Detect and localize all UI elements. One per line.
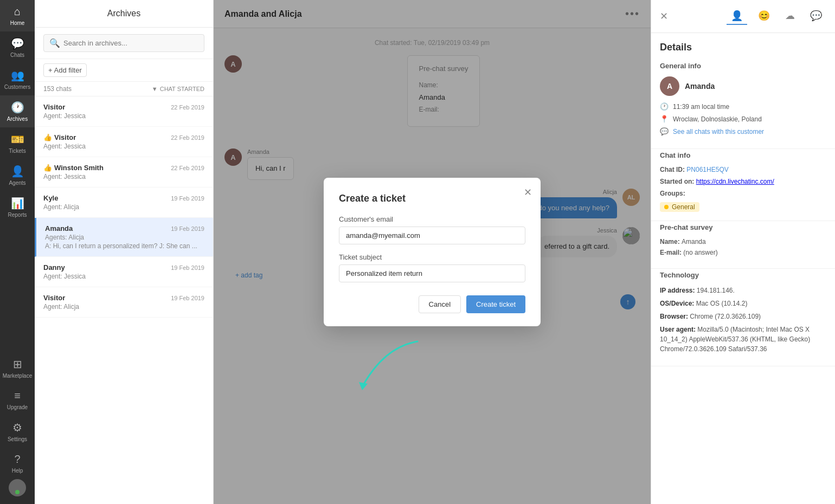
sidebar-item-chats[interactable]: 💬 Chats (0, 31, 35, 63)
reports-icon: 📊 (11, 197, 24, 210)
modal-overlay: Create a ticket ✕ Customer's email Ticke… (214, 0, 651, 504)
started-on-row: Started on: https://cdn.livechatinc.com/ (660, 178, 826, 185)
email-field-group: Customer's email (339, 215, 525, 244)
chat-list-item[interactable]: Visitor 19 Feb 2019 Agent: Alicja (35, 287, 213, 318)
sidebar-label-help: Help (12, 468, 23, 474)
sidebar-label-home: Home (10, 20, 25, 26)
prechat-name-value: Amanda (682, 238, 706, 245)
chat-item-date: 19 Feb 2019 (171, 225, 204, 232)
sidebar-item-marketplace[interactable]: ⊞ Marketplace (0, 352, 35, 384)
tab-person[interactable]: 👤 (727, 8, 747, 25)
help-icon: ? (14, 453, 20, 466)
prechat-survey-title: Pre-chat survey (660, 223, 826, 231)
cancel-button[interactable]: Cancel (419, 295, 461, 313)
see-all-chats-link[interactable]: See all chats with this customer (673, 128, 764, 135)
sidebar-item-reports[interactable]: 📊 Reports (0, 191, 35, 223)
home-icon: ⌂ (14, 5, 21, 18)
sidebar-item-archives[interactable]: 🕐 Archives (0, 95, 35, 127)
location-row: 📍 Wroclaw, Dolnoslaskie, Poland (660, 115, 826, 123)
chat-list-item[interactable]: 👍 Visitor 22 Feb 2019 Agent: Jessica (35, 127, 213, 157)
general-info-title: General info (660, 62, 826, 70)
sidebar-label-reports: Reports (8, 212, 27, 218)
create-ticket-button[interactable]: Create ticket (466, 295, 525, 313)
chat-item-agent: Agents: Alicja (45, 234, 204, 241)
marketplace-icon: ⊞ (13, 358, 22, 371)
os-row: OS/Device: Mac OS (10.14.2) (660, 299, 826, 308)
sort-arrow: ▼ (152, 86, 158, 92)
sidebar-item-customers[interactable]: 👥 Customers (0, 63, 35, 95)
chat-item-agent: Agent: Alicja (43, 303, 204, 311)
customer-email-input[interactable] (339, 227, 525, 244)
search-bar: 🔍 (35, 28, 213, 59)
sidebar-item-help[interactable]: ? Help (0, 448, 35, 479)
create-ticket-modal: Create a ticket ✕ Customer's email Ticke… (324, 178, 541, 326)
sidebar-label-customers: Customers (4, 84, 30, 90)
technology-title: Technology (660, 271, 826, 279)
chat-item-agent: Agent: Jessica (43, 112, 204, 120)
browser-label: Browser: (660, 313, 690, 320)
chat-id-row: Chat ID: PN061HE5QV (660, 166, 826, 173)
archives-title: Archives (107, 9, 140, 18)
online-dot (15, 490, 20, 494)
sidebar-item-agents[interactable]: 👤 Agents (0, 159, 35, 191)
chat-item-date: 19 Feb 2019 (171, 195, 204, 202)
chat-list-item[interactable]: 👍 Winston Smith 22 Feb 2019 Agent: Jessi… (35, 157, 213, 188)
browser-row: Browser: Chrome (72.0.3626.109) (660, 312, 826, 321)
main-chat: Amanda and Alicja ••• Chat started: Tue,… (214, 0, 651, 504)
tab-cloud[interactable]: 💬 (806, 8, 826, 25)
sidebar-label-upgrade: Upgrade (7, 404, 28, 410)
modal-title: Create a ticket (339, 193, 525, 204)
technology-section: Technology IP address: 194.181.146. OS/D… (651, 271, 835, 366)
see-all-chats-row: 💬 See all chats with this customer (660, 127, 826, 135)
chat-id-label: Chat ID: (660, 166, 686, 173)
chat-list-item[interactable]: Visitor 22 Feb 2019 Agent: Jessica (35, 96, 213, 127)
svg-marker-0 (359, 382, 368, 390)
tab-weather[interactable]: ☁ (781, 8, 799, 25)
os-label: OS/Device: (660, 300, 696, 307)
customers-icon: 👥 (11, 69, 24, 82)
chat-list-item[interactable]: Danny 19 Feb 2019 Agent: Jessica (35, 257, 213, 287)
archives-icon: 🕐 (11, 101, 24, 114)
arrow-annotation (352, 336, 423, 396)
chat-list-item[interactable]: Amanda 19 Feb 2019 Agents: Alicja A: Hi,… (35, 218, 213, 257)
sidebar-label-chats: Chats (10, 52, 24, 58)
ip-value: 194.181.146. (697, 287, 735, 294)
search-input[interactable] (63, 39, 198, 47)
local-time-row: 🕐 11:39 am local time (660, 102, 826, 111)
chats-icon: 💬 (11, 37, 24, 50)
chat-item-name: Winston Smith (54, 164, 104, 172)
sidebar-item-settings[interactable]: ⚙ Settings (0, 416, 35, 448)
modal-close-button[interactable]: ✕ (524, 186, 532, 198)
ticket-subject-input[interactable] (339, 264, 525, 282)
chat-item-agent: Agent: Jessica (43, 173, 204, 180)
sidebar-label-settings: Settings (8, 436, 27, 442)
sidebar-item-upgrade[interactable]: ≡ Upgrade (0, 384, 35, 416)
chat-item-name: Amanda (45, 224, 73, 232)
chat-list: Visitor 22 Feb 2019 Agent: Jessica 👍 Vis… (35, 96, 213, 504)
thumb-icon: 👍 (43, 164, 52, 172)
sidebar-label-archives: Archives (7, 116, 28, 122)
local-time-value: 11:39 am local time (673, 103, 729, 111)
started-on-label: Started on: (660, 178, 696, 185)
prechat-name-label: Name: (660, 238, 682, 245)
groups-label: Groups: (660, 190, 685, 197)
sidebar-item-home[interactable]: ⌂ Home (0, 0, 35, 31)
details-close-button[interactable]: ✕ (660, 10, 668, 22)
details-title: Details (651, 33, 835, 62)
details-top-bar: ✕ 👤 😊 ☁ 💬 (651, 0, 835, 33)
add-filter-button[interactable]: + Add filter (43, 63, 87, 77)
agents-icon: 👤 (11, 165, 24, 178)
sidebar-label-agents: Agents (9, 180, 25, 186)
settings-icon: ⚙ (12, 421, 22, 434)
sort-button[interactable]: ▼ CHAT STARTED (152, 86, 204, 92)
tab-face[interactable]: 😊 (754, 8, 774, 25)
sidebar-item-tickets[interactable]: 🎫 Tickets (0, 127, 35, 159)
chat-list-item[interactable]: Kyle 19 Feb 2019 Agent: Alicja (35, 188, 213, 218)
search-icon: 🔍 (49, 38, 60, 48)
chat-item-agent: Agent: Alicja (43, 203, 204, 211)
general-info-section: General info A Amanda 🕐 11:39 am local t… (651, 62, 835, 149)
chat-item-name: Kyle (43, 194, 58, 202)
sidebar-label-marketplace: Marketplace (3, 373, 32, 379)
chat-item-date: 22 Feb 2019 (171, 134, 204, 141)
started-on-link[interactable]: https://cdn.livechatinc.com/ (696, 178, 774, 185)
